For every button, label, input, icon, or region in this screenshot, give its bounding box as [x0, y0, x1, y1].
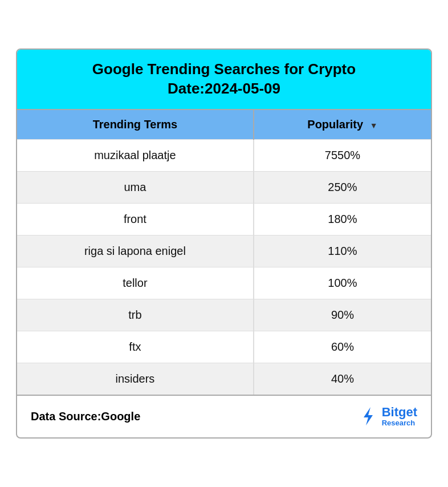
cell-term: uma [17, 171, 254, 203]
trending-table: Trending Terms Popularity ▼ muzikaal pla… [17, 110, 431, 395]
cell-term: riga si lapona enigel [17, 235, 254, 267]
cell-term: muzikaal plaatje [17, 139, 254, 171]
cell-popularity: 250% [254, 171, 431, 203]
footer: Data Source:Google Bitget Research [17, 395, 431, 438]
table-row: front180% [17, 203, 431, 235]
data-source-label: Data Source:Google [31, 410, 140, 423]
table-row: insiders40% [17, 363, 431, 395]
table-row: ftx60% [17, 331, 431, 363]
table-wrapper: Trending Terms Popularity ▼ muzikaal pla… [17, 110, 431, 395]
table-row: tellor100% [17, 267, 431, 299]
logo-bitget-name: Bitget [382, 406, 417, 419]
logo-research-label: Research [382, 419, 416, 428]
cell-term: trb [17, 299, 254, 331]
table-row: riga si lapona enigel110% [17, 235, 431, 267]
table-body: muzikaal plaatje7550%uma250%front180%rig… [17, 139, 431, 395]
cell-popularity: 60% [254, 331, 431, 363]
logo-text: Bitget Research [382, 406, 417, 428]
col-header-popularity[interactable]: Popularity ▼ [254, 110, 431, 140]
cell-popularity: 40% [254, 363, 431, 395]
svg-marker-0 [364, 407, 373, 425]
table-header-row: Trending Terms Popularity ▼ [17, 110, 431, 140]
main-container: Google Trending Searches for Crypto Date… [16, 48, 432, 439]
sort-desc-icon: ▼ [370, 121, 378, 130]
cell-popularity: 180% [254, 203, 431, 235]
cell-popularity: 110% [254, 235, 431, 267]
page-title: Google Trending Searches for Crypto Date… [28, 60, 420, 99]
cell-term: ftx [17, 331, 254, 363]
cell-popularity: 7550% [254, 139, 431, 171]
cell-term: insiders [17, 363, 254, 395]
cell-popularity: 100% [254, 267, 431, 299]
table-row: muzikaal plaatje7550% [17, 139, 431, 171]
cell-term: front [17, 203, 254, 235]
table-row: trb90% [17, 299, 431, 331]
title-line1: Google Trending Searches for Crypto [92, 60, 356, 78]
logo-area: Bitget Research [358, 406, 417, 428]
table-row: uma250% [17, 171, 431, 203]
title-line2: Date:2024-05-09 [168, 80, 280, 97]
col-header-terms[interactable]: Trending Terms [17, 110, 254, 140]
cell-popularity: 90% [254, 299, 431, 331]
title-block: Google Trending Searches for Crypto Date… [17, 50, 431, 110]
cell-term: tellor [17, 267, 254, 299]
bitget-logo-icon [358, 406, 378, 427]
